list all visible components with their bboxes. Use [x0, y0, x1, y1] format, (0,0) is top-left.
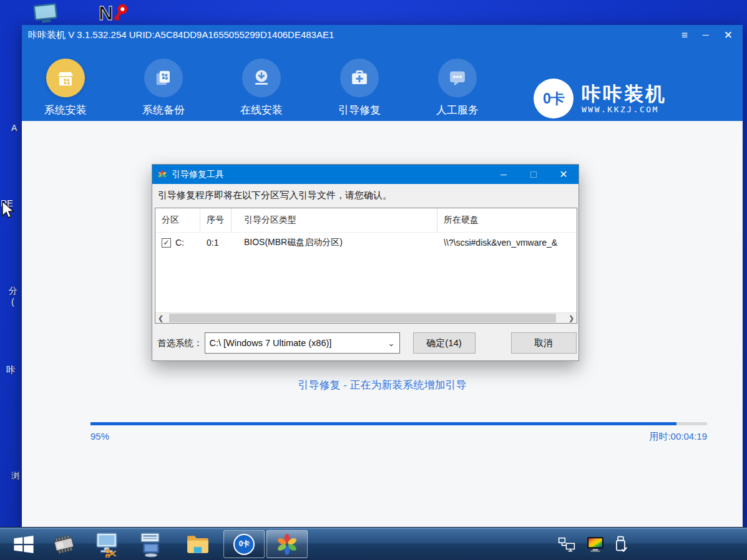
menu-icon[interactable]: ≡: [681, 30, 688, 41]
nav-label: 引导修复: [338, 103, 381, 117]
windows-flag-icon: [13, 534, 34, 555]
preferred-system-select[interactable]: C:\ [Windows 7 Ultimate (x86)] ⌄: [205, 332, 400, 354]
main-header: 系统安装 系统备份: [22, 45, 743, 121]
cell-index: 0:1: [200, 233, 232, 253]
cell-partition: C:: [175, 238, 184, 248]
nav-label: 在线安装: [240, 103, 283, 117]
row-checkbox[interactable]: [162, 238, 171, 248]
scroll-left-icon[interactable]: ❮: [155, 313, 166, 323]
start-button[interactable]: [6, 530, 41, 558]
desktop-label-fragment: 浏: [11, 470, 19, 481]
cell-disk: \\?\scsi#disk&ven_vmware_&: [437, 233, 577, 253]
desktop-label-fragment: 咔: [6, 364, 16, 376]
nav-item-online-install[interactable]: 在线安装: [230, 59, 293, 117]
partition-table: 分区 序号 引导分区类型 所在硬盘 C: 0:1 BIOS(MBR磁盘启动分区)…: [155, 208, 577, 324]
mouse-cursor: [1, 201, 15, 223]
nav-item-system-install[interactable]: 系统安装: [34, 59, 97, 117]
tray-display-color-icon[interactable]: [584, 530, 607, 558]
monitor-keyboard-icon: [138, 531, 164, 558]
taskbar-button-boot-repair[interactable]: [266, 530, 308, 558]
table-row[interactable]: C: 0:1 BIOS(MBR磁盘启动分区) \\?\scsi#disk&ven…: [155, 233, 577, 253]
elapsed-time: 用时:00:04:19: [520, 431, 707, 443]
monitor-scissors-icon: [94, 531, 120, 558]
nav-label: 系统备份: [142, 103, 185, 117]
pinwheel-icon: [157, 170, 167, 180]
main-titlebar: 咔咔装机 V 3.1.532.254 URID:A5C84DD9A1655055…: [22, 25, 743, 45]
tray-usb-icon[interactable]: [612, 530, 630, 558]
preferred-system-value: C:\ [Windows 7 Ultimate (x86)]: [210, 338, 386, 348]
progress-fill: [90, 422, 676, 425]
progress-bar: [90, 422, 707, 425]
horizontal-scrollbar[interactable]: ❮ ❯: [155, 312, 577, 323]
install-box-icon: [46, 59, 85, 97]
toolbox-plus-icon: [340, 59, 379, 97]
col-header-index[interactable]: 序号: [200, 208, 232, 232]
desktop-label-fragment: (: [11, 297, 14, 307]
minimize-icon[interactable]: ─: [703, 31, 709, 39]
taskbar-icon-chip[interactable]: [49, 530, 79, 558]
dialog-footer: 首选系统： C:\ [Windows 7 Ultimate (x86)] ⌄ 确…: [155, 331, 577, 355]
close-icon[interactable]: ✕: [724, 30, 733, 41]
preferred-system-label: 首选系统：: [157, 337, 203, 349]
dialog-titlebar: 引导修复工具 ─ ✕: [152, 165, 579, 184]
cancel-button[interactable]: 取消: [511, 332, 577, 354]
taskbar-button-kkzj[interactable]: 0卡: [223, 530, 265, 558]
download-icon: [242, 59, 281, 97]
dialog-maximize-icon: [519, 165, 549, 184]
cell-boot-type: BIOS(MBR磁盘启动分区): [232, 233, 437, 253]
col-header-disk[interactable]: 所在硬盘: [437, 208, 577, 232]
brand-logo: 0卡 咔咔装机 WWW.KKZJ.COM: [534, 79, 666, 118]
ok-button[interactable]: 确定(14): [413, 332, 476, 354]
backup-copies-icon: [144, 59, 183, 97]
progress-percent: 95%: [90, 431, 109, 442]
taskbar-icon-snipping[interactable]: [92, 530, 122, 558]
svg-text:N: N: [99, 2, 113, 24]
folder-icon: [185, 531, 211, 558]
nav-label: 系统安装: [44, 103, 87, 117]
chevron-down-icon: ⌄: [388, 339, 395, 348]
nav-item-system-backup[interactable]: 系统备份: [132, 59, 195, 117]
kk-badge-icon: 0卡: [233, 534, 255, 555]
brand-name: 咔咔装机: [582, 84, 666, 105]
col-header-boot-type[interactable]: 引导分区类型: [232, 208, 437, 232]
tray-network-icon[interactable]: [555, 530, 578, 558]
desktop-label-fragment: A: [11, 123, 17, 133]
col-header-partition[interactable]: 分区: [155, 208, 200, 232]
kk-badge-icon: 0卡: [534, 79, 574, 118]
taskbar-icon-file-explorer[interactable]: [183, 530, 213, 558]
pinwheel-icon: [275, 533, 299, 556]
nav-item-human-service[interactable]: 人工服务: [426, 59, 489, 117]
boot-repair-dialog: 引导修复工具 ─ ✕ 引导修复程序即将在以下分区写入引导文件，请您确认。 分区 …: [152, 164, 579, 361]
brand-url: WWW.KKZJ.COM: [582, 105, 666, 114]
chat-bubble-icon: [438, 59, 477, 97]
scroll-right-icon[interactable]: ❯: [566, 313, 577, 323]
dialog-title: 引导修复工具: [172, 169, 224, 180]
status-text: 引导修复 - 正在为新装系统增加引导: [22, 378, 743, 392]
dialog-message: 引导修复程序即将在以下分区写入引导文件，请您确认。: [152, 184, 579, 207]
dialog-close-icon[interactable]: ✕: [549, 165, 579, 184]
scrollbar-thumb[interactable]: [169, 314, 556, 322]
desktop: N A PE 分 ( 咔 浏 咔咔装机 V 3.1.532.254 URID:A…: [0, 0, 747, 560]
nav-item-boot-repair[interactable]: 引导修复: [328, 59, 391, 117]
taskbar-icon-remote-pc[interactable]: [136, 530, 166, 558]
taskbar: 0卡: [0, 527, 747, 560]
main-window-title: 咔咔装机 V 3.1.532.254 URID:A5C84DD9A1655055…: [22, 29, 334, 41]
memory-chip-icon: [51, 531, 77, 558]
table-header-row: 分区 序号 引导分区类型 所在硬盘: [155, 208, 577, 233]
desktop-label-fragment: 分: [9, 286, 17, 297]
nav-label: 人工服务: [436, 103, 479, 117]
dialog-minimize-icon[interactable]: ─: [489, 165, 519, 184]
